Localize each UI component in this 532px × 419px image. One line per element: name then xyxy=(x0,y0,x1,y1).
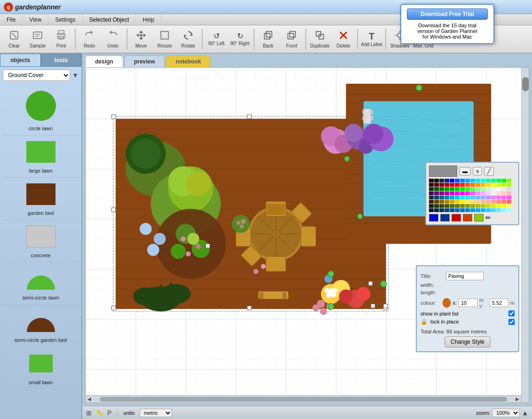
color-cell[interactable] xyxy=(486,208,491,212)
hscroll-thumb[interactable] xyxy=(100,397,507,402)
color-cell[interactable] xyxy=(455,200,460,204)
color-cell[interactable] xyxy=(465,204,470,208)
color-cell[interactable] xyxy=(450,187,454,191)
color-cell[interactable] xyxy=(445,196,449,199)
design-canvas[interactable]: ▬ ≡ ╱ ✏ Title: xyxy=(85,67,529,403)
color-cell[interactable] xyxy=(481,196,485,199)
color-cell[interactable] xyxy=(445,191,449,195)
color-cell[interactable] xyxy=(460,187,465,191)
delete-button[interactable]: Delete xyxy=(332,27,355,51)
menu-view[interactable]: View xyxy=(23,14,48,25)
color-cell[interactable] xyxy=(486,200,491,204)
color-cell[interactable] xyxy=(476,187,480,191)
color-cell[interactable] xyxy=(465,179,470,182)
color-cell[interactable] xyxy=(465,191,470,195)
color-cell[interactable] xyxy=(450,179,454,182)
color-cell[interactable] xyxy=(491,191,496,195)
color-swatch-blue[interactable] xyxy=(429,214,438,221)
color-cell[interactable] xyxy=(450,200,454,204)
color-cell[interactable] xyxy=(501,187,506,191)
color-cell[interactable] xyxy=(434,204,439,208)
color-cell[interactable] xyxy=(445,179,449,182)
color-cell[interactable] xyxy=(491,196,496,199)
x-input[interactable] xyxy=(459,299,477,307)
color-cell[interactable] xyxy=(460,183,465,187)
color-cell[interactable] xyxy=(481,200,485,204)
title-input[interactable] xyxy=(446,272,484,280)
menu-help[interactable]: Help xyxy=(136,14,161,25)
horizontal-scrollbar[interactable]: ◀ ▶ xyxy=(86,395,521,403)
addlabel-button[interactable]: T Add Label xyxy=(360,27,383,51)
color-cell[interactable] xyxy=(445,204,449,208)
color-cell[interactable] xyxy=(496,179,501,182)
list-item-semi-circle-garden-bed[interactable]: semi-circle garden bed xyxy=(2,305,79,347)
color-cell[interactable] xyxy=(491,179,496,182)
color-cell[interactable] xyxy=(465,196,470,199)
back-button[interactable]: Back xyxy=(257,27,279,51)
vertical-scrollbar[interactable] xyxy=(521,68,529,403)
color-cell[interactable] xyxy=(470,183,475,187)
color-cell[interactable] xyxy=(501,208,506,212)
category-dropdown-arrow[interactable]: ▼ xyxy=(72,71,79,79)
color-cell[interactable] xyxy=(486,179,491,182)
color-cell[interactable] xyxy=(455,183,460,187)
show-plant-checkbox[interactable] xyxy=(508,310,515,316)
color-cell[interactable] xyxy=(434,187,439,191)
color-cell[interactable] xyxy=(460,200,465,204)
color-cell[interactable] xyxy=(439,204,444,208)
color-cell[interactable] xyxy=(486,187,491,191)
color-swatch-display[interactable] xyxy=(429,166,457,177)
color-cell[interactable] xyxy=(460,208,465,212)
color-cell[interactable] xyxy=(507,200,511,204)
color-cell[interactable] xyxy=(465,208,470,212)
color-cell[interactable] xyxy=(481,191,485,195)
color-cell[interactable] xyxy=(434,183,439,187)
zoom-up-icon[interactable]: ▲ xyxy=(522,409,528,417)
print-button[interactable]: Print xyxy=(50,27,72,51)
menu-selected-object[interactable]: Selected Object xyxy=(83,14,136,25)
duplicate-button[interactable]: Duplicate xyxy=(309,27,331,51)
color-cell[interactable] xyxy=(450,196,454,199)
color-cell[interactable] xyxy=(439,183,444,187)
color-cell[interactable] xyxy=(455,204,460,208)
color-cell[interactable] xyxy=(445,200,449,204)
grid-icon[interactable]: ⊞ xyxy=(86,409,92,417)
color-cell[interactable] xyxy=(470,204,475,208)
color-cell[interactable] xyxy=(460,191,465,195)
color-cell[interactable] xyxy=(507,183,511,187)
download-free-trial-button[interactable]: Download Free Trial xyxy=(407,8,488,20)
color-cell[interactable] xyxy=(465,187,470,191)
pattern-button[interactable]: ≡ xyxy=(473,167,482,175)
color-cell[interactable] xyxy=(470,208,475,212)
color-cell[interactable] xyxy=(476,208,480,212)
color-cell[interactable] xyxy=(429,187,434,191)
marker-icon[interactable]: P xyxy=(107,409,111,417)
tab-tools[interactable]: tools xyxy=(41,54,82,67)
color-cell[interactable] xyxy=(439,179,444,182)
color-cell[interactable] xyxy=(470,196,475,199)
color-cell[interactable] xyxy=(429,204,434,208)
rotate-button[interactable]: Rotate xyxy=(177,27,199,51)
color-cell[interactable] xyxy=(470,191,475,195)
color-cell[interactable] xyxy=(507,208,511,212)
color-cell[interactable] xyxy=(496,208,501,212)
color-cell[interactable] xyxy=(445,183,449,187)
color-cell[interactable] xyxy=(465,200,470,204)
color-cell[interactable] xyxy=(496,183,501,187)
color-cell[interactable] xyxy=(501,191,506,195)
colour-swatch[interactable] xyxy=(443,298,451,308)
color-cell[interactable] xyxy=(455,196,460,199)
color-cell[interactable] xyxy=(439,208,444,212)
color-cell[interactable] xyxy=(476,179,480,182)
color-cell[interactable] xyxy=(501,204,506,208)
color-cell[interactable] xyxy=(439,196,444,199)
color-cell[interactable] xyxy=(486,204,491,208)
color-cell[interactable] xyxy=(450,183,454,187)
color-cell[interactable] xyxy=(439,200,444,204)
clear-button[interactable]: Clear xyxy=(3,27,25,51)
color-cell[interactable] xyxy=(501,183,506,187)
color-cell[interactable] xyxy=(491,204,496,208)
color-cell[interactable] xyxy=(429,191,434,195)
color-cell[interactable] xyxy=(465,183,470,187)
color-cell[interactable] xyxy=(496,191,501,195)
